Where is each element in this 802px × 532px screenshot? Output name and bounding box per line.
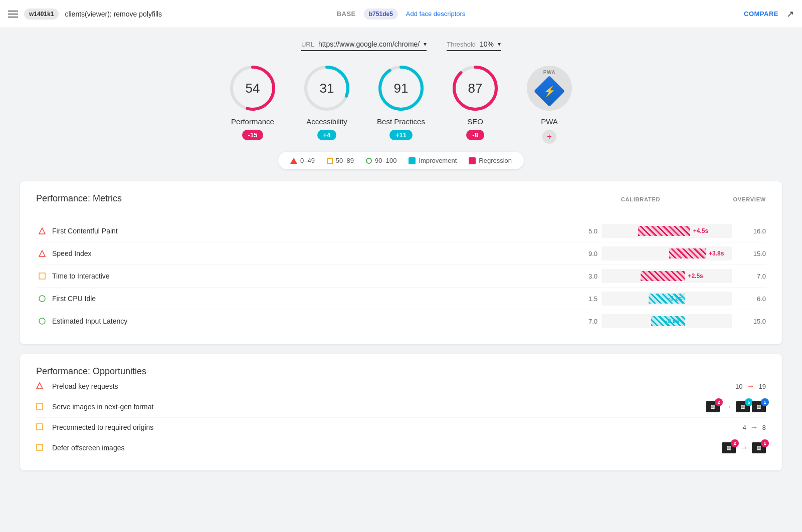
metric-base-tti: 3.0 [567,273,597,280]
opp-arrow-defer: → [740,443,748,452]
metric-name-fcp: First Contentful Paint [52,227,567,235]
url-label: URL [301,41,314,48]
metric-row-fci: First CPU Idle 1.5 -3.2s 6.0 [36,288,766,310]
score-delta-seo: -8 [466,130,484,140]
opp-to-thumb2-nextgen: 🖼 1 [752,401,766,412]
legend: 0–49 50–89 90–100 Improvement Regression [278,152,524,169]
pwa-bolt-icon: ⚡ [543,85,556,97]
metric-row-tti: Time to Interactive 3.0 +2.5s 7.0 [36,265,766,288]
metric-icon-si [36,250,48,257]
add-face-link[interactable]: Add face descriptors [406,10,466,18]
opp-icon-defer [36,444,48,452]
metric-base-si: 9.0 [567,250,597,257]
opp-icon-preconnect [36,423,48,432]
opp-arrow-preconnect: → [750,423,758,432]
score-label-pwa: PWA [541,117,558,126]
header: w1401k1 clients(viewer): remove polyfill… [0,0,802,28]
opp-values-defer: 🖼 2 → 🖼 1 [722,442,766,453]
legend-label-low: 0–49 [300,157,315,164]
threshold-dropdown-arrow[interactable]: ▾ [498,41,501,48]
score-circle-best-practices: 91 [376,63,426,113]
metrics-title: Performance: Metrics [36,193,122,204]
svg-marker-13 [37,383,43,389]
legend-item-regression: Regression [469,157,512,164]
svg-point-11 [39,296,45,302]
opp-to-preconnect: 8 [762,424,766,431]
score-pwa: PWA ⚡ PWA + [524,63,574,144]
commit-title: clients(viewer): remove polyfills [65,10,162,18]
metric-overview-eil: 15.0 [736,318,766,325]
metric-row-si: Speed Index 9.0 +3.8s 15.0 [36,242,766,265]
scores-row: 54 Performance -15 31 Accessibility +4 [20,63,782,144]
url-dropdown-arrow[interactable]: ▾ [424,41,427,48]
legend-square-icon [327,158,333,164]
opp-row-preload: Preload key requests 10 → 19 [36,377,766,396]
metric-bar-si: +3.8s [602,246,732,260]
metric-overview-si: 15.0 [736,250,766,257]
score-delta-performance: -15 [242,130,264,140]
controls-row: URL https://www.google.com/chrome/ ▾ Thr… [20,40,782,51]
metric-base-eil: 7.0 [567,318,597,325]
base-label: BASE [337,10,356,18]
metric-bar-eil: -2.9s [602,314,732,328]
opp-values-nextgen: 🖼 2 → 🖼 5 🖼 1 [706,401,766,412]
score-delta-pwa: + [542,130,556,144]
score-circle-accessibility: 31 [302,63,352,113]
legend-item-high: 90–100 [366,157,396,164]
score-performance: 54 Performance -15 [228,63,278,144]
legend-triangle-icon [290,158,297,164]
svg-rect-16 [37,444,43,450]
url-value: https://www.google.com/chrome/ [318,40,420,48]
metric-bar-fcp: +4.5s [602,224,732,238]
opportunities-title: Performance: Opportunities [36,366,146,376]
svg-marker-9 [39,250,45,256]
opp-from-preload: 10 [735,383,742,390]
opp-values-preconnect: 4 → 8 [743,423,766,432]
trend-icon[interactable]: ↗ [786,9,794,20]
svg-marker-8 [39,228,45,234]
metric-icon-tti [36,273,48,280]
metric-icon-fci [36,295,48,302]
metric-base-fcp: 5.0 [567,227,597,235]
metric-overview-fcp: 16.0 [736,227,766,235]
legend-label-mid: 50–89 [336,157,354,164]
legend-label-regression: Regression [479,157,512,164]
score-circle-performance: 54 [228,63,278,113]
opp-to-badge2-nextgen: 1 [761,398,769,406]
metric-delta-label-fci: -3.2s [665,295,685,302]
score-label-seo: SEO [467,117,483,126]
metric-icon-eil [36,318,48,325]
threshold-control: Threshold 10% ▾ [447,40,501,51]
opp-name-defer: Defer offscreen images [52,444,722,452]
metric-icon-fcp [36,227,48,234]
metric-overview-tti: 7.0 [736,273,766,280]
metric-name-fci: First CPU Idle [52,295,567,303]
legend-item-low: 0–49 [290,157,315,164]
opp-row-nextgen: Serve images in next-gen format 🖼 2 → 🖼 … [36,396,766,418]
svg-rect-15 [37,424,43,430]
legend-circle-icon [366,158,372,164]
metric-name-eil: Estimated Input Latency [52,317,567,325]
col-header-overview: OVERVIEW [726,196,766,202]
opp-to-thumb-defer: 🖼 1 [752,442,766,453]
svg-rect-14 [37,403,43,409]
compare-button[interactable]: COMPARE [744,10,778,18]
opp-from-thumb-defer: 🖼 2 [722,442,736,453]
legend-improvement-icon [409,157,416,164]
score-number-best-practices: 91 [394,81,409,96]
metric-delta-label-si: +3.8s [706,250,727,257]
metric-bar-tti: +2.5s [602,269,732,283]
score-number-seo: 87 [468,81,483,96]
opp-name-preload: Preload key requests [52,382,735,390]
threshold-value: 10% [480,40,494,48]
menu-icon[interactable] [8,11,18,18]
header-left: w1401k1 clients(viewer): remove polyfill… [8,9,162,20]
opp-row-preconnect: Preconnected to required origins 4 → 8 [36,418,766,437]
pwa-text: PWA [543,70,555,75]
score-accessibility: 31 Accessibility +4 [302,63,352,144]
opp-row-defer: Defer offscreen images 🖼 2 → 🖼 1 [36,437,766,458]
base-commit-badge[interactable]: w1401k1 [24,9,59,20]
metric-name-si: Speed Index [52,249,567,257]
compare-commit-badge[interactable]: b751de5 [364,9,398,20]
metric-row-fcp: First Contentful Paint 5.0 +4.5s 16.0 [36,220,766,242]
